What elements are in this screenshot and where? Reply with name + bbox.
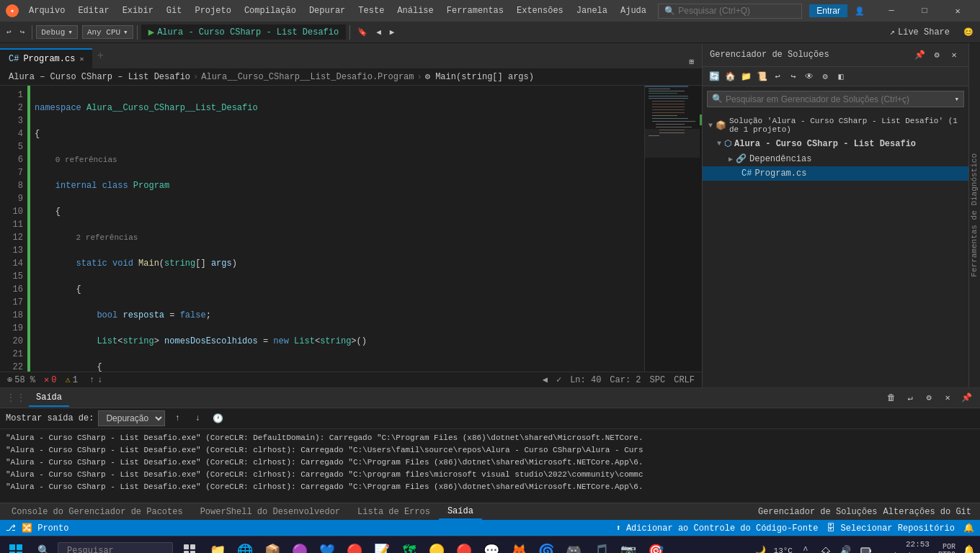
output-filter-select[interactable]: Depuração bbox=[98, 410, 165, 426]
taskbar-maps-icon[interactable]: 🗺 bbox=[396, 536, 422, 554]
menu-ferramentas[interactable]: Ferramentas bbox=[441, 4, 509, 17]
solution-search-input[interactable] bbox=[726, 94, 951, 104]
taskbar-share-icon[interactable]: 🌀 bbox=[533, 536, 559, 554]
menu-ajuda[interactable]: Ajuda bbox=[615, 4, 652, 17]
taskbar-chrome-icon[interactable]: 🟡 bbox=[424, 536, 450, 554]
output-filter-icon1[interactable]: ↑ bbox=[169, 410, 185, 426]
code-editor[interactable]: 1234567891011121314151617181920212223242… bbox=[0, 86, 702, 372]
taskbar-word-icon[interactable]: 📝 bbox=[369, 536, 395, 554]
solution-search-options-icon[interactable]: ▾ bbox=[954, 94, 959, 104]
live-share-button[interactable]: ↗ Live Share bbox=[884, 24, 956, 40]
output-filter-clock[interactable]: 🕐 bbox=[210, 410, 226, 426]
error-status[interactable]: ✕ 0 bbox=[44, 374, 56, 385]
clear-output-btn[interactable]: 🗑 bbox=[883, 390, 899, 406]
sol-close-btn[interactable]: ✕ bbox=[947, 48, 961, 62]
battery-icon[interactable] bbox=[858, 542, 875, 554]
commit-status[interactable]: ✓ bbox=[556, 374, 561, 385]
tab-console[interactable]: Console do Gerenciador de Pacotes bbox=[3, 505, 192, 519]
taskbar-target-icon[interactable]: 🎯 bbox=[643, 536, 669, 554]
taskbar-skype-icon[interactable]: 💬 bbox=[478, 536, 504, 554]
sol-filter-btn[interactable]: ⚙ bbox=[818, 69, 832, 84]
sol-undo-btn[interactable]: ↩ bbox=[770, 69, 785, 84]
wrap-output-btn[interactable]: ↵ bbox=[902, 390, 918, 406]
undo-btn[interactable]: ↩ bbox=[3, 25, 15, 39]
global-search-input[interactable] bbox=[678, 6, 786, 16]
clock-display[interactable]: 22:53 17/05/2023 bbox=[878, 539, 934, 553]
run-button[interactable]: ▶ Alura - Curso CSharp - List Desafio bbox=[141, 24, 346, 40]
taskbar-vscode-icon[interactable]: 💙 bbox=[314, 536, 340, 554]
solution-search-box[interactable]: 🔍 ▾ bbox=[707, 91, 964, 107]
menu-compilacao[interactable]: Compilação bbox=[239, 4, 302, 17]
task-view-btn[interactable] bbox=[177, 536, 203, 554]
tab-saida[interactable]: Saída bbox=[29, 390, 69, 407]
add-tab-btn[interactable]: + bbox=[92, 47, 108, 66]
taskbar-firefox-icon[interactable]: 🦊 bbox=[506, 536, 532, 554]
sol-settings-btn[interactable]: ⚙ bbox=[930, 48, 944, 62]
maximize-button[interactable]: □ bbox=[908, 0, 941, 22]
sol-history-btn[interactable]: 📜 bbox=[754, 69, 769, 84]
menu-editar[interactable]: Editar bbox=[72, 4, 115, 17]
taskbar-files-icon[interactable]: 📁 bbox=[205, 536, 231, 554]
nav-back-btn[interactable]: ◀ bbox=[373, 25, 385, 39]
output-close-btn[interactable]: ✕ bbox=[940, 390, 956, 406]
menu-arquivo[interactable]: Arquivo bbox=[23, 4, 71, 17]
menu-depurar[interactable]: Depurar bbox=[303, 4, 351, 17]
tray-moon-icon[interactable]: 🌙 bbox=[752, 542, 770, 554]
menu-projeto[interactable]: Projeto bbox=[189, 4, 236, 17]
notification-bell-icon[interactable]: 🔔 bbox=[963, 523, 974, 534]
sol-explorer-link[interactable]: Gerenciador de Soluções bbox=[758, 507, 878, 517]
spaces-status[interactable]: SPC bbox=[650, 375, 666, 385]
tab-errors[interactable]: Lista de Erros bbox=[349, 505, 439, 519]
program-cs-item[interactable]: C# Program.cs bbox=[703, 166, 968, 181]
taskbar-xbox-icon[interactable]: 🎮 bbox=[561, 536, 587, 554]
menu-extensoes[interactable]: Extensões bbox=[511, 4, 569, 17]
menu-teste[interactable]: Teste bbox=[352, 4, 390, 17]
zoom-status[interactable]: ⊕ 58 % bbox=[7, 374, 35, 385]
down-arrow-icon[interactable]: ↓ bbox=[97, 375, 102, 385]
output-filter-icon2[interactable]: ↓ bbox=[190, 410, 205, 426]
taskbar-opera-icon[interactable]: 🔴 bbox=[451, 536, 477, 554]
debug-config-dropdown[interactable]: Debug ▾ bbox=[36, 25, 78, 39]
sol-sync-btn[interactable]: 🔄 bbox=[707, 69, 721, 84]
taskbar-vs-icon[interactable]: 🟣 bbox=[287, 536, 313, 554]
taskbar-camera-icon[interactable]: 📷 bbox=[615, 536, 641, 554]
sol-exp-dock-btn[interactable]: ⊞ bbox=[685, 55, 698, 68]
project-item[interactable]: ▼ ⬡ Alura - Curso CSharp - List Desafio bbox=[703, 136, 968, 151]
menu-exibir[interactable]: Exibir bbox=[117, 4, 159, 17]
platform-dropdown[interactable]: Any CPU ▾ bbox=[82, 25, 133, 39]
tab-powershell[interactable]: PowerShell do Desenvolvedor bbox=[192, 505, 349, 519]
taskbar-store-icon[interactable]: 📦 bbox=[259, 536, 285, 554]
sol-preview-btn[interactable]: ◧ bbox=[834, 69, 848, 84]
language-display[interactable]: POR PTB2 bbox=[937, 543, 957, 554]
temp-display[interactable]: 13°C bbox=[772, 547, 794, 554]
menu-analise[interactable]: Análise bbox=[391, 4, 439, 17]
taskbar-edge-icon[interactable]: 🌐 bbox=[232, 536, 258, 554]
line-ending-status[interactable]: CRLF bbox=[674, 375, 695, 385]
git-changes-link[interactable]: Alterações do Git bbox=[883, 507, 971, 517]
sol-show-all-btn[interactable]: 👁 bbox=[802, 69, 816, 84]
output-scrollbar[interactable] bbox=[0, 497, 980, 503]
close-tab-icon[interactable]: ✕ bbox=[79, 55, 84, 63]
signin-button[interactable]: Entrar bbox=[809, 4, 847, 17]
tray-up-icon[interactable]: ^ bbox=[797, 542, 814, 554]
nav-fwd-btn[interactable]: ▶ bbox=[386, 25, 398, 39]
up-arrow-icon[interactable]: ↑ bbox=[89, 375, 94, 385]
network-icon[interactable] bbox=[817, 542, 834, 554]
tab-saida-bottom[interactable]: Saída bbox=[439, 504, 482, 520]
prev-change-icon[interactable]: ◀ bbox=[543, 374, 548, 385]
minimize-button[interactable]: ─ bbox=[875, 0, 908, 22]
taskbar-search[interactable]: Pesquisar bbox=[58, 542, 173, 554]
taskbar-git-icon[interactable]: 🔴 bbox=[342, 536, 368, 554]
sol-redo-btn[interactable]: ↪ bbox=[786, 69, 801, 84]
bookmark-btn[interactable]: 🔖 bbox=[354, 25, 371, 39]
sol-home-btn[interactable]: 🏠 bbox=[723, 69, 737, 84]
redo-btn[interactable]: ↪ bbox=[17, 25, 29, 39]
menu-git[interactable]: Git bbox=[161, 4, 188, 17]
dependencies-item[interactable]: ▶ 🔗 Dependências bbox=[703, 151, 968, 166]
output-options-btn[interactable]: ⚙ bbox=[921, 390, 937, 406]
global-search-box[interactable]: 🔍 bbox=[658, 4, 802, 19]
feedback-btn[interactable]: 😊 bbox=[960, 25, 977, 39]
notification-center-btn[interactable]: 🔔 bbox=[960, 536, 977, 554]
add-source-control-btn[interactable]: ⬆ Adicionar ao Controle do Código-Fonte bbox=[615, 523, 818, 534]
output-pin-btn[interactable]: 📌 bbox=[958, 390, 974, 406]
